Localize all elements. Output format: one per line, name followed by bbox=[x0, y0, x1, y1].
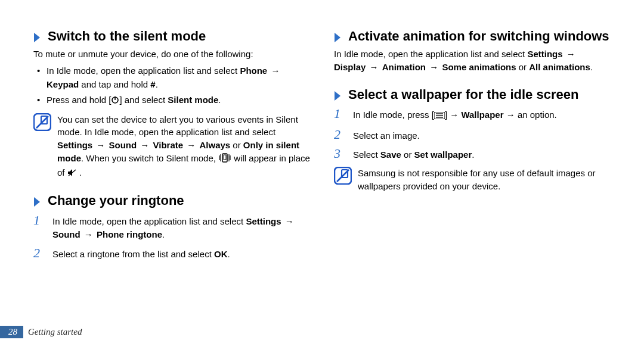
section-ringtone: Change your ringtone 1 In Idle mode, ope… bbox=[33, 193, 310, 261]
bullet-press-hold: Press and hold [] and select Silent mode… bbox=[44, 94, 310, 108]
wallpaper-step-2: 2 Select an image. bbox=[334, 127, 611, 143]
heading-wallpaper: Select a wallpaper for the idle screen bbox=[348, 87, 578, 102]
page-number: 28 bbox=[0, 326, 23, 338]
heading-animation: Activate animation for switching windows bbox=[348, 29, 609, 44]
note-icon bbox=[33, 113, 51, 131]
silent-bullets: In Idle mode, open the application list … bbox=[33, 64, 310, 108]
vibrate-phone-icon bbox=[218, 153, 231, 166]
section-animation: Activate animation for switching windows… bbox=[334, 29, 611, 74]
page-footer: 28 Getting started bbox=[0, 326, 82, 338]
left-column: Switch to the silent mode To mute or unm… bbox=[33, 29, 310, 274]
section-wallpaper: Select a wallpaper for the idle screen 1… bbox=[334, 87, 611, 192]
wallpaper-step-3: 3 Select Save or Set wallpaper. bbox=[334, 146, 611, 162]
heading-ringtone: Change your ringtone bbox=[48, 193, 184, 208]
silent-note-text: You can set the device to alert you to v… bbox=[57, 113, 310, 180]
section-silent-mode: Switch to the silent mode To mute or unm… bbox=[33, 29, 310, 180]
ringtone-step-2: 2 Select a ringtone from the list and se… bbox=[33, 245, 310, 261]
chevron-right-icon bbox=[33, 32, 42, 43]
animation-text: In Idle mode, open the application list … bbox=[334, 48, 611, 74]
menu-icon bbox=[434, 110, 445, 123]
chevron-right-icon bbox=[334, 90, 342, 102]
wallpaper-note: Samsung is not responsible for any use o… bbox=[334, 167, 611, 193]
wallpaper-steps: 1 In Idle mode, press [] → Wallpaper → a… bbox=[334, 106, 611, 162]
heading-silent-mode: Switch to the silent mode bbox=[48, 29, 206, 44]
silent-note: You can set the device to alert you to v… bbox=[33, 113, 310, 180]
chevron-right-icon bbox=[33, 196, 42, 208]
wallpaper-step-1: 1 In Idle mode, press [] → Wallpaper → a… bbox=[334, 106, 611, 123]
chevron-right-icon bbox=[334, 32, 342, 43]
svg-rect-5 bbox=[224, 155, 226, 160]
ringtone-steps: 1 In Idle mode, open the application lis… bbox=[33, 213, 310, 261]
speaker-mute-icon bbox=[67, 167, 77, 180]
wallpaper-note-text: Samsung is not responsible for any use o… bbox=[358, 167, 611, 193]
power-icon bbox=[111, 95, 119, 108]
bullet-phone-keypad: In Idle mode, open the application list … bbox=[44, 64, 310, 91]
silent-intro: To mute or unmute your device, do one of… bbox=[33, 48, 310, 61]
ringtone-step-1: 1 In Idle mode, open the application lis… bbox=[33, 213, 310, 242]
note-icon bbox=[334, 167, 352, 185]
right-column: Activate animation for switching windows… bbox=[334, 29, 611, 274]
footer-section: Getting started bbox=[28, 327, 82, 337]
